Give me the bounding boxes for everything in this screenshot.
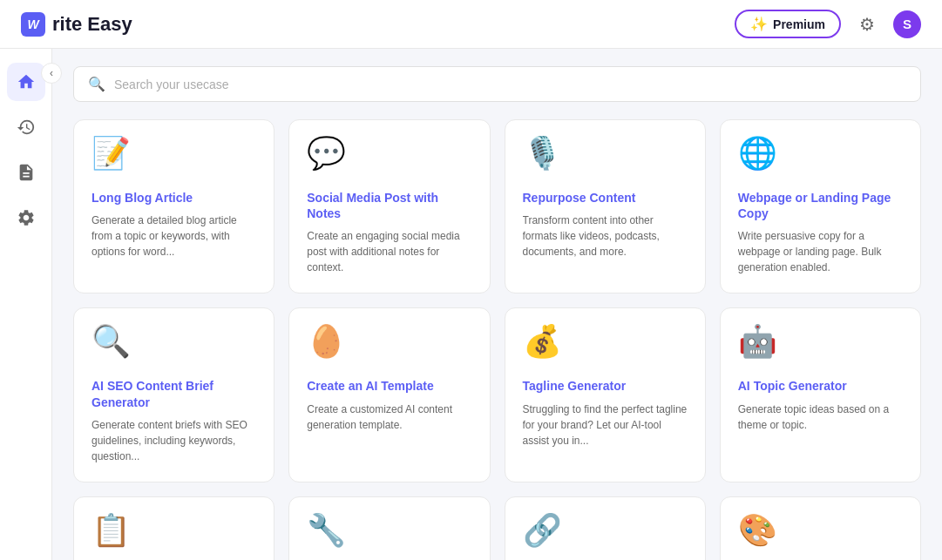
card-social-media-post-theme[interactable]: 🎨 Social Media Post with Theme Create a … xyxy=(720,496,921,560)
card-title: Social Media Post with Notes xyxy=(307,190,471,221)
premium-star-icon: ✨ xyxy=(750,16,768,32)
sidebar-item-history[interactable] xyxy=(7,108,45,146)
card-create-ai-template[interactable]: 🥚 Create an AI Template Create a customi… xyxy=(288,307,490,482)
card-title: Long Blog Article xyxy=(91,190,256,206)
card-description: Struggling to find the perfect tagline f… xyxy=(523,401,688,449)
main-layout: ‹ 🔍 xyxy=(0,49,942,560)
card-title: AI SEO Content Brief Generator xyxy=(91,378,256,409)
tagline-generator-icon: 💰 xyxy=(523,323,562,359)
logo-icon: W xyxy=(21,12,45,37)
premium-button[interactable]: ✨ Premium xyxy=(735,10,841,38)
settings-icon[interactable]: ⚙ xyxy=(853,10,881,38)
card-long-blog-article-seo[interactable]: 🔧 Long Blog Article from SEO Brief Gener… xyxy=(288,496,490,560)
card-icon: 💬 xyxy=(307,138,349,179)
long-blog-article-urls-icon: 📋 xyxy=(91,512,131,548)
document-icon xyxy=(17,163,36,182)
header-right: ✨ Premium ⚙ S xyxy=(735,10,921,38)
avatar[interactable]: S xyxy=(893,10,921,38)
card-icon: 🔍 xyxy=(91,326,133,368)
card-icon: 🎨 xyxy=(738,515,780,557)
logo: W rite Easy xyxy=(21,12,132,37)
social-media-post-notes-icon: 💬 xyxy=(307,135,346,171)
collapse-icon: ‹ xyxy=(50,67,53,79)
card-ai-topic-generator[interactable]: 🤖 AI Topic Generator Generate topic idea… xyxy=(720,307,921,482)
card-icon: 📝 xyxy=(91,138,133,179)
card-title: Tagline Generator xyxy=(523,378,688,394)
search-icon: 🔍 xyxy=(88,76,105,92)
content-area: 🔍 📝 Long Blog Article Generate a detaile… xyxy=(52,49,942,560)
card-icon: 🥚 xyxy=(307,326,349,368)
sidebar-item-home[interactable] xyxy=(7,63,45,101)
card-repurpose-content[interactable]: 🎙️ Repurpose Content Transform content i… xyxy=(505,119,706,293)
sidebar-item-document[interactable] xyxy=(7,153,45,192)
card-icon: 🌐 xyxy=(738,138,780,179)
card-icon: 🤖 xyxy=(738,326,780,368)
create-ai-template-icon: 🥚 xyxy=(307,323,346,359)
card-title: Webpage or Landing Page Copy xyxy=(738,190,903,221)
history-icon xyxy=(17,118,36,137)
sidebar: ‹ xyxy=(0,49,52,560)
card-social-media-post-notes[interactable]: 💬 Social Media Post with Notes Create an… xyxy=(288,119,490,293)
cards-grid: 📝 Long Blog Article Generate a detailed … xyxy=(73,119,921,560)
card-icon: 💰 xyxy=(523,326,565,368)
sidebar-item-settings[interactable] xyxy=(7,199,45,237)
card-description: Write persuasive copy for a webpage or l… xyxy=(738,228,903,275)
social-media-post-link-icon: 🔗 xyxy=(523,512,562,548)
card-long-blog-article-urls[interactable]: 📋 Long Blog Article from URLs Generate a… xyxy=(73,496,274,560)
gear-icon xyxy=(17,208,36,227)
card-tagline-generator[interactable]: 💰 Tagline Generator Struggling to find t… xyxy=(505,307,706,482)
card-ai-seo-content-brief[interactable]: 🔍 AI SEO Content Brief Generator Generat… xyxy=(73,307,274,482)
card-description: Create an engaging social media post wit… xyxy=(307,228,471,275)
card-description: Transform content into other formats lik… xyxy=(523,213,688,260)
card-title: Repurpose Content xyxy=(523,190,688,206)
card-icon: 🔧 xyxy=(307,515,349,557)
card-title: AI Topic Generator xyxy=(738,378,903,394)
card-social-media-post-link[interactable]: 🔗 Social Media Post with Link Create a s… xyxy=(505,496,706,560)
card-description: Generate content briefs with SEO guideli… xyxy=(91,417,256,464)
card-webpage-landing-page[interactable]: 🌐 Webpage or Landing Page Copy Write per… xyxy=(720,119,921,293)
ai-topic-generator-icon: 🤖 xyxy=(738,323,777,359)
header: W rite Easy ✨ Premium ⚙ S xyxy=(0,0,942,49)
premium-label: Premium xyxy=(773,17,825,31)
long-blog-article-icon: 📝 xyxy=(91,135,131,171)
card-description: Create a customized AI content generatio… xyxy=(307,401,471,433)
social-media-post-theme-icon: 🎨 xyxy=(738,512,777,548)
webpage-landing-page-icon: 🌐 xyxy=(738,135,777,171)
card-description: Generate a detailed blog article from a … xyxy=(91,213,256,260)
home-icon xyxy=(17,72,36,91)
repurpose-content-icon: 🎙️ xyxy=(523,135,562,171)
card-description: Generate topic ideas based on a theme or… xyxy=(738,401,903,433)
ai-seo-content-brief-icon: 🔍 xyxy=(91,323,131,359)
card-title: Create an AI Template xyxy=(307,378,471,394)
search-bar: 🔍 xyxy=(73,66,921,102)
card-icon: 📋 xyxy=(91,515,133,557)
sidebar-collapse-button[interactable]: ‹ xyxy=(41,63,62,84)
card-icon: 🔗 xyxy=(523,515,565,557)
search-input[interactable] xyxy=(114,78,906,91)
logo-text: rite Easy xyxy=(52,13,132,36)
long-blog-article-seo-icon: 🔧 xyxy=(307,512,346,548)
card-long-blog-article[interactable]: 📝 Long Blog Article Generate a detailed … xyxy=(73,119,274,293)
card-icon: 🎙️ xyxy=(523,138,565,179)
